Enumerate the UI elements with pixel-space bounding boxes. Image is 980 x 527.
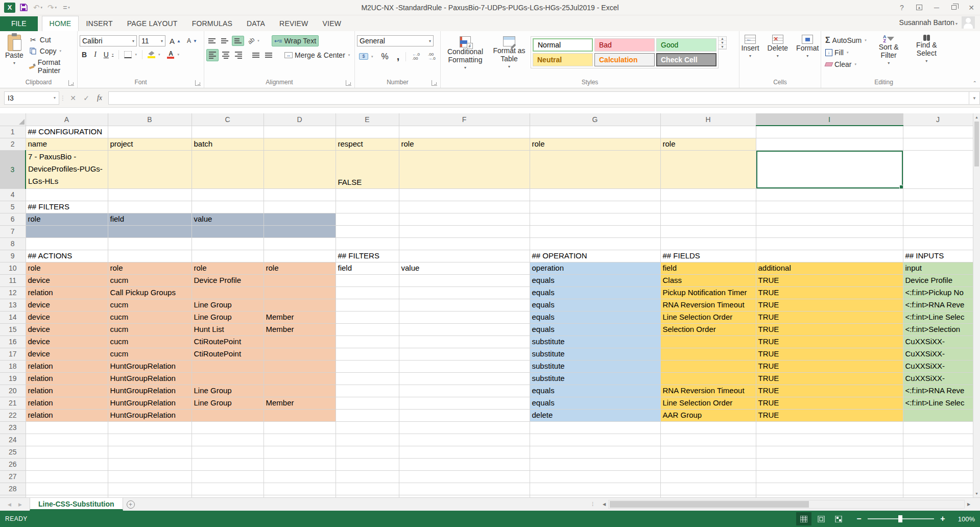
cell-E20[interactable] [336, 385, 399, 397]
confirm-entry-icon[interactable]: ✓ [80, 94, 93, 102]
cell-I12[interactable]: TRUE [756, 286, 903, 299]
column-header-G[interactable]: G [530, 113, 660, 126]
cell-D18[interactable] [264, 360, 336, 372]
vertical-scrollbar[interactable]: ▲ ▼ [973, 113, 980, 497]
cell-C13[interactable]: Line Group [192, 299, 264, 311]
cell-E10[interactable]: field [336, 262, 399, 274]
column-header-D[interactable]: D [264, 113, 336, 126]
zoom-level[interactable]: 100% [953, 515, 975, 523]
zoom-slider-thumb[interactable] [898, 515, 902, 522]
cell-G16[interactable]: substitute [530, 336, 660, 348]
cell-C25[interactable] [192, 446, 264, 458]
orientation-button[interactable]: ab [246, 36, 261, 45]
cell-C18[interactable] [192, 360, 264, 372]
zoom-in-icon[interactable]: + [939, 514, 946, 523]
cell-F18[interactable] [399, 360, 530, 372]
cell-A24[interactable] [26, 434, 108, 446]
clipboard-dialog-launcher-icon[interactable] [68, 80, 74, 86]
cell-E18[interactable] [336, 360, 399, 372]
column-header-C[interactable]: C [192, 113, 264, 126]
cell-A22[interactable]: relation [26, 409, 108, 421]
cell-J23[interactable] [903, 421, 973, 434]
cell-C21[interactable]: Line Group [192, 397, 264, 409]
cell-C17[interactable]: CtiRoutePoint [192, 348, 264, 360]
cell-A26[interactable] [26, 458, 108, 470]
cell-G20[interactable]: equals [530, 385, 660, 397]
cell-F19[interactable] [399, 372, 530, 385]
cell-J24[interactable] [903, 434, 973, 446]
row-header-16[interactable]: 16 [0, 336, 26, 348]
cell-G8[interactable] [530, 237, 660, 250]
cell-B5[interactable] [108, 201, 192, 213]
cell-H2[interactable]: role [660, 138, 756, 150]
cell-J13[interactable]: <:f:int>RNA Reve [903, 299, 973, 311]
cell-C14[interactable]: Line Group [192, 311, 264, 323]
gallery-up-icon[interactable]: ▲ [719, 37, 726, 41]
cell-A8[interactable] [26, 237, 108, 250]
cell-G4[interactable] [530, 188, 660, 201]
percent-style-button[interactable]: % [379, 51, 391, 62]
cell-D25[interactable] [264, 446, 336, 458]
cell-A19[interactable]: relation [26, 372, 108, 385]
cell-F9[interactable] [399, 250, 530, 262]
column-header-E[interactable]: E [336, 113, 399, 126]
cell-style-calculation[interactable]: Calculation [594, 53, 655, 66]
cell-F1[interactable] [399, 126, 530, 138]
cell-E2[interactable]: respect [336, 138, 399, 150]
paste-button[interactable]: Paste▾ [2, 33, 27, 78]
cell-E22[interactable] [336, 409, 399, 421]
cell-J11[interactable]: Device Profile [903, 274, 973, 286]
cell-J4[interactable] [903, 188, 973, 201]
insert-function-button[interactable]: fx [93, 94, 106, 102]
cell-B12[interactable]: Call Pickup Groups [108, 286, 192, 299]
cell-D1[interactable] [264, 126, 336, 138]
cell-J19[interactable]: CuXXSiXX- [903, 372, 973, 385]
cut-button[interactable]: ✂Cut [27, 35, 75, 45]
cell-I19[interactable]: TRUE [756, 372, 903, 385]
fill-color-button[interactable] [146, 50, 162, 59]
row-header-28[interactable]: 28 [0, 483, 26, 495]
next-sheet-icon[interactable]: ▶ [18, 502, 22, 507]
cell-H27[interactable] [660, 470, 756, 483]
expand-formula-bar-icon[interactable]: ▼ [969, 91, 980, 105]
cell-G27[interactable] [530, 470, 660, 483]
underline-button[interactable]: U [102, 50, 116, 60]
ribbon-tab-review[interactable]: REVIEW [272, 16, 315, 31]
cell-H22[interactable]: AAR Group [660, 409, 756, 421]
decrease-indent-button[interactable] [250, 51, 261, 60]
cell-E25[interactable] [336, 446, 399, 458]
cell-F26[interactable] [399, 458, 530, 470]
cell-B14[interactable]: cucm [108, 311, 192, 323]
ribbon-tab-view[interactable]: VIEW [316, 16, 349, 31]
cell-I25[interactable] [756, 446, 903, 458]
user-avatar[interactable] [962, 16, 975, 29]
cell-G7[interactable] [530, 225, 660, 237]
bold-button[interactable]: B [80, 50, 89, 60]
cell-I24[interactable] [756, 434, 903, 446]
cell-H20[interactable]: RNA Reversion Timeout [660, 385, 756, 397]
cell-H13[interactable]: RNA Reversion Timeout [660, 299, 756, 311]
cell-J14[interactable]: <:f:int>Line Selec [903, 311, 973, 323]
cell-I14[interactable]: TRUE [756, 311, 903, 323]
merge-center-button[interactable]: ↔Merge & Center [282, 50, 352, 60]
cell-J25[interactable] [903, 446, 973, 458]
horizontal-scroll-thumb[interactable] [610, 501, 809, 508]
cell-D9[interactable] [264, 250, 336, 262]
cell-B10[interactable]: role [108, 262, 192, 274]
undo-button[interactable]: ↶ [32, 2, 44, 13]
cell-F4[interactable] [399, 188, 530, 201]
cell-H25[interactable] [660, 446, 756, 458]
cell-J26[interactable] [903, 458, 973, 470]
cell-E13[interactable] [336, 299, 399, 311]
cell-G15[interactable]: equals [530, 323, 660, 336]
cell-B21[interactable]: HuntGroupRelation [108, 397, 192, 409]
cell-H1[interactable] [660, 126, 756, 138]
gallery-more-icon[interactable]: ▼ [719, 45, 726, 49]
cell-D15[interactable]: Member [264, 323, 336, 336]
cell-H23[interactable] [660, 421, 756, 434]
column-header-H[interactable]: H [660, 113, 756, 126]
cell-J5[interactable] [903, 201, 973, 213]
cell-E28[interactable] [336, 483, 399, 495]
cell-H14[interactable]: Line Selection Order [660, 311, 756, 323]
cell-F28[interactable] [399, 483, 530, 495]
